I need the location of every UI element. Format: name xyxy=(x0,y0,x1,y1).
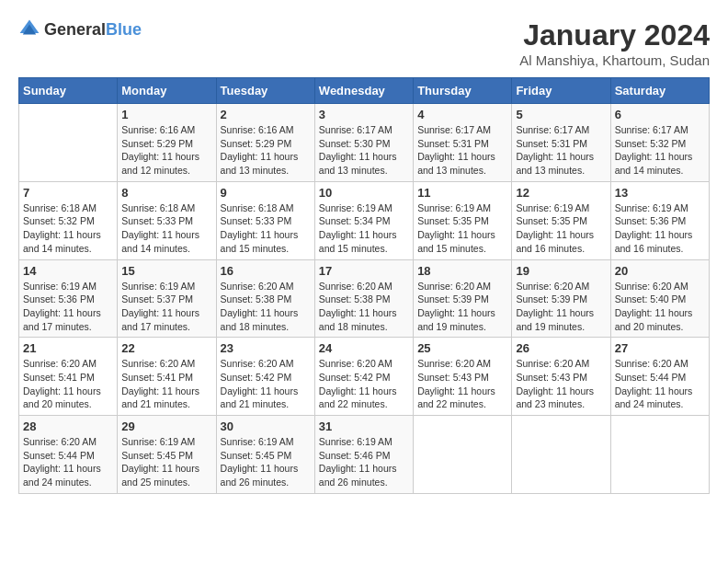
day-number: 7 xyxy=(23,186,113,200)
day-info: Sunrise: 6:20 AMSunset: 5:42 PMDaylight:… xyxy=(319,357,409,411)
logo: GeneralBlue xyxy=(18,18,142,40)
day-number: 10 xyxy=(319,186,409,200)
month-title: January 2024 xyxy=(519,18,710,52)
day-number: 12 xyxy=(516,186,606,200)
calendar-cell: 9Sunrise: 6:18 AMSunset: 5:33 PMDaylight… xyxy=(216,181,314,259)
day-info: Sunrise: 6:19 AMSunset: 5:46 PMDaylight:… xyxy=(319,435,409,489)
day-number: 13 xyxy=(615,186,705,200)
day-number: 11 xyxy=(417,186,507,200)
day-number: 24 xyxy=(319,341,409,355)
day-number: 20 xyxy=(615,264,705,278)
day-info: Sunrise: 6:19 AMSunset: 5:35 PMDaylight:… xyxy=(516,201,606,256)
day-info: Sunrise: 6:19 AMSunset: 5:45 PMDaylight:… xyxy=(121,435,211,489)
day-number: 15 xyxy=(121,264,211,278)
calendar-cell: 11Sunrise: 6:19 AMSunset: 5:35 PMDayligh… xyxy=(414,181,512,259)
day-info: Sunrise: 6:19 AMSunset: 5:34 PMDaylight:… xyxy=(319,201,409,256)
weekday-header-tuesday: Tuesday xyxy=(216,78,314,104)
day-number: 22 xyxy=(121,341,211,355)
day-info: Sunrise: 6:19 AMSunset: 5:37 PMDaylight:… xyxy=(121,280,211,334)
day-info: Sunrise: 6:20 AMSunset: 5:40 PMDaylight:… xyxy=(615,280,705,334)
calendar-cell: 2Sunrise: 6:16 AMSunset: 5:29 PMDaylight… xyxy=(216,104,314,182)
day-info: Sunrise: 6:16 AMSunset: 5:29 PMDaylight:… xyxy=(221,123,311,178)
day-number: 3 xyxy=(319,108,409,121)
calendar-cell: 29Sunrise: 6:19 AMSunset: 5:45 PMDayligh… xyxy=(118,416,216,494)
day-number: 4 xyxy=(417,108,507,121)
day-number: 21 xyxy=(23,341,113,355)
day-info: Sunrise: 6:20 AMSunset: 5:43 PMDaylight:… xyxy=(417,357,507,411)
calendar-cell: 4Sunrise: 6:17 AMSunset: 5:31 PMDaylight… xyxy=(414,104,512,182)
day-info: Sunrise: 6:20 AMSunset: 5:41 PMDaylight:… xyxy=(23,357,113,411)
calendar-cell: 30Sunrise: 6:19 AMSunset: 5:45 PMDayligh… xyxy=(216,416,314,494)
day-number: 14 xyxy=(23,264,113,278)
location-title: Al Manshiya, Khartoum, Sudan xyxy=(519,52,710,68)
day-number: 19 xyxy=(516,264,606,278)
day-number: 6 xyxy=(615,108,705,121)
calendar-cell: 7Sunrise: 6:18 AMSunset: 5:32 PMDaylight… xyxy=(19,181,118,259)
day-info: Sunrise: 6:20 AMSunset: 5:44 PMDaylight:… xyxy=(23,435,113,489)
calendar-cell xyxy=(414,416,512,494)
calendar-cell: 22Sunrise: 6:20 AMSunset: 5:41 PMDayligh… xyxy=(118,338,216,416)
calendar-cell: 19Sunrise: 6:20 AMSunset: 5:39 PMDayligh… xyxy=(512,259,610,338)
day-number: 18 xyxy=(417,264,507,278)
calendar-cell: 15Sunrise: 6:19 AMSunset: 5:37 PMDayligh… xyxy=(118,259,216,338)
calendar-cell: 5Sunrise: 6:17 AMSunset: 5:31 PMDaylight… xyxy=(512,104,610,182)
day-info: Sunrise: 6:20 AMSunset: 5:44 PMDaylight:… xyxy=(615,357,705,411)
day-number: 2 xyxy=(221,108,311,121)
calendar-cell: 1Sunrise: 6:16 AMSunset: 5:29 PMDaylight… xyxy=(118,104,216,182)
weekday-header-row: SundayMondayTuesdayWednesdayThursdayFrid… xyxy=(19,78,710,104)
day-number: 30 xyxy=(221,419,311,433)
day-info: Sunrise: 6:19 AMSunset: 5:45 PMDaylight:… xyxy=(221,435,311,489)
weekday-header-thursday: Thursday xyxy=(414,78,512,104)
day-info: Sunrise: 6:19 AMSunset: 5:36 PMDaylight:… xyxy=(615,201,705,256)
calendar-cell: 20Sunrise: 6:20 AMSunset: 5:40 PMDayligh… xyxy=(610,259,709,338)
day-info: Sunrise: 6:20 AMSunset: 5:38 PMDaylight:… xyxy=(319,280,409,334)
day-number: 23 xyxy=(221,341,311,355)
weekday-header-wednesday: Wednesday xyxy=(314,78,413,104)
day-info: Sunrise: 6:20 AMSunset: 5:38 PMDaylight:… xyxy=(221,280,311,334)
calendar-cell: 8Sunrise: 6:18 AMSunset: 5:33 PMDaylight… xyxy=(118,181,216,259)
calendar-cell xyxy=(19,104,118,182)
day-number: 26 xyxy=(516,341,606,355)
day-info: Sunrise: 6:17 AMSunset: 5:30 PMDaylight:… xyxy=(319,123,409,178)
calendar-cell: 3Sunrise: 6:17 AMSunset: 5:30 PMDaylight… xyxy=(314,104,413,182)
day-number: 16 xyxy=(221,264,311,278)
week-row-2: 7Sunrise: 6:18 AMSunset: 5:32 PMDaylight… xyxy=(19,181,710,259)
calendar-cell xyxy=(610,416,709,494)
calendar-cell: 18Sunrise: 6:20 AMSunset: 5:39 PMDayligh… xyxy=(414,259,512,338)
calendar-cell: 26Sunrise: 6:20 AMSunset: 5:43 PMDayligh… xyxy=(512,338,610,416)
weekday-header-friday: Friday xyxy=(512,78,610,104)
day-number: 5 xyxy=(516,108,606,121)
day-number: 27 xyxy=(615,341,705,355)
calendar-cell: 16Sunrise: 6:20 AMSunset: 5:38 PMDayligh… xyxy=(216,259,314,338)
title-block: January 2024 Al Manshiya, Khartoum, Suda… xyxy=(519,18,710,68)
calendar-cell: 28Sunrise: 6:20 AMSunset: 5:44 PMDayligh… xyxy=(19,416,118,494)
calendar-cell: 25Sunrise: 6:20 AMSunset: 5:43 PMDayligh… xyxy=(414,338,512,416)
calendar-cell xyxy=(512,416,610,494)
day-info: Sunrise: 6:17 AMSunset: 5:31 PMDaylight:… xyxy=(417,123,507,178)
week-row-1: 1Sunrise: 6:16 AMSunset: 5:29 PMDaylight… xyxy=(19,104,710,182)
calendar-cell: 24Sunrise: 6:20 AMSunset: 5:42 PMDayligh… xyxy=(314,338,413,416)
day-info: Sunrise: 6:20 AMSunset: 5:39 PMDaylight:… xyxy=(516,280,606,334)
day-info: Sunrise: 6:17 AMSunset: 5:31 PMDaylight:… xyxy=(516,123,606,178)
logo-text-general: General xyxy=(44,20,106,39)
day-number: 29 xyxy=(121,419,211,433)
day-number: 25 xyxy=(417,341,507,355)
day-info: Sunrise: 6:16 AMSunset: 5:29 PMDaylight:… xyxy=(121,123,211,178)
day-number: 17 xyxy=(319,264,409,278)
day-info: Sunrise: 6:19 AMSunset: 5:36 PMDaylight:… xyxy=(23,280,113,334)
day-number: 1 xyxy=(121,108,211,121)
day-number: 9 xyxy=(221,186,311,200)
weekday-header-sunday: Sunday xyxy=(19,78,118,104)
calendar-table: SundayMondayTuesdayWednesdayThursdayFrid… xyxy=(18,77,710,494)
day-info: Sunrise: 6:17 AMSunset: 5:32 PMDaylight:… xyxy=(615,123,705,178)
logo-text-blue: Blue xyxy=(106,20,142,39)
week-row-5: 28Sunrise: 6:20 AMSunset: 5:44 PMDayligh… xyxy=(19,416,710,494)
day-info: Sunrise: 6:20 AMSunset: 5:39 PMDaylight:… xyxy=(417,280,507,334)
calendar-cell: 31Sunrise: 6:19 AMSunset: 5:46 PMDayligh… xyxy=(314,416,413,494)
day-info: Sunrise: 6:20 AMSunset: 5:42 PMDaylight:… xyxy=(221,357,311,411)
calendar-cell: 13Sunrise: 6:19 AMSunset: 5:36 PMDayligh… xyxy=(610,181,709,259)
calendar-cell: 21Sunrise: 6:20 AMSunset: 5:41 PMDayligh… xyxy=(19,338,118,416)
calendar-cell: 10Sunrise: 6:19 AMSunset: 5:34 PMDayligh… xyxy=(314,181,413,259)
calendar-cell: 6Sunrise: 6:17 AMSunset: 5:32 PMDaylight… xyxy=(610,104,709,182)
week-row-4: 21Sunrise: 6:20 AMSunset: 5:41 PMDayligh… xyxy=(19,338,710,416)
